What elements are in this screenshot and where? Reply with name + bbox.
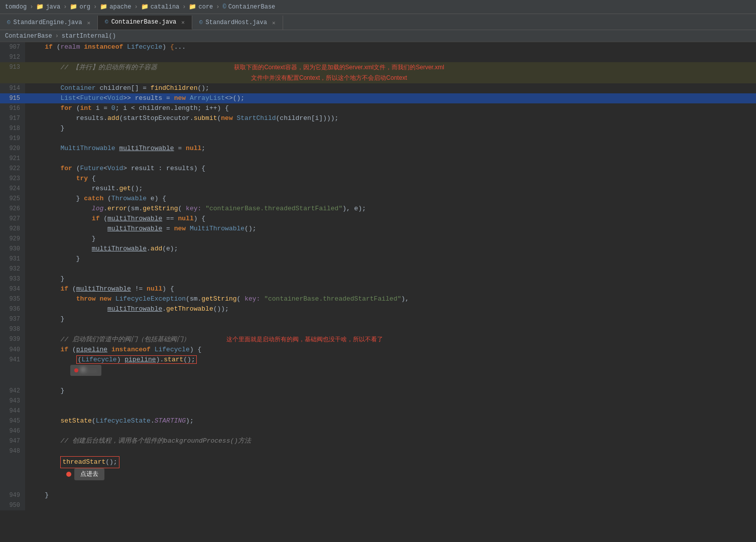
- line-num-927: 927: [0, 214, 25, 224]
- code-line-932: 932: [0, 264, 756, 274]
- code-line-941: 941 (Lifecycle) pipeline).start(); 图...: [0, 355, 756, 386]
- line-num-929: 929: [0, 234, 25, 244]
- line-num-931: 931: [0, 254, 25, 264]
- line-num-948: 948: [0, 446, 25, 490]
- code-line-947: 947 // 创建后台线程，调用各个组件的backgroundProcess()…: [0, 436, 756, 446]
- line-content-924: result.get();: [25, 184, 756, 194]
- line-content-949: }: [25, 490, 756, 500]
- line-content-918: }: [25, 123, 756, 133]
- line-content-930: multiThrowable.add(e);: [25, 244, 756, 254]
- line-content-940: if (pipeline instanceof Lifecycle) {: [25, 345, 756, 355]
- line-content-946: [25, 426, 756, 436]
- line-content-920: MultiThrowable multiThrowable = null;: [25, 144, 756, 154]
- breakpoint-dot-948: [66, 472, 71, 477]
- tab-icon-standardhost: ©: [199, 20, 203, 26]
- line-content-934: if (multiThrowable != null) {: [25, 284, 756, 294]
- tab-close-standardhost[interactable]: ✕: [272, 20, 276, 26]
- breadcrumb-containerbase: ContainerBase: [228, 4, 276, 11]
- line-content-916: for (int i = 0; i < children.length; i++…: [25, 103, 756, 113]
- line-content-945: setState(LifecycleState.STARTING);: [25, 416, 756, 426]
- tab-label-standardhost: StandardHost.java: [206, 19, 267, 26]
- tab-label-standardengine: StandardEngine.java: [14, 19, 82, 26]
- breadcrumb-java: java: [46, 4, 60, 11]
- line-content-935: throw new LifecycleException(sm.getStrin…: [25, 294, 756, 304]
- tab-standardengine[interactable]: © StandardEngine.java ✕: [0, 16, 98, 30]
- line-content-917: results.add(startStopExecutor.submit(new…: [25, 113, 756, 123]
- code-line-930: 930 multiThrowable.add(e);: [0, 244, 756, 254]
- line-content-925: } catch (Throwable e) {: [25, 194, 756, 204]
- tab-standardhost[interactable]: © StandardHost.java ✕: [192, 16, 283, 30]
- line-content-919: [25, 133, 756, 144]
- breadcrumb-core: core: [198, 4, 213, 11]
- titlebar: tomdog › 📁 java › 📁 org › 📁 apache › 📁 c…: [0, 0, 756, 14]
- line-content-923: try {: [25, 174, 756, 184]
- folder-icon-catalina: 📁: [141, 3, 149, 11]
- line-content-912: [25, 52, 756, 62]
- line-content-941: (Lifecycle) pipeline).start(); 图...: [25, 355, 756, 386]
- line-content-933: }: [25, 274, 756, 284]
- line-content-948: threadStart(); 点进去: [25, 446, 756, 490]
- code-line-938: 938: [0, 324, 756, 334]
- line-num-924: 924: [0, 184, 25, 194]
- line-content-931: }: [25, 254, 756, 264]
- line-content-926: log.error(sm.getString( key: "containerB…: [25, 204, 756, 214]
- line-num-914: 914: [0, 83, 25, 93]
- line-num-916: 916: [0, 103, 25, 113]
- code-line-948: 948 threadStart(); 点进去: [0, 446, 756, 490]
- line-content-907: if (realm instanceof Lifecycle) {...: [25, 42, 756, 52]
- code-line-943: 943: [0, 396, 756, 406]
- line-content-944: [25, 406, 756, 416]
- line-num-940: 940: [0, 345, 25, 355]
- tab-icon-containerbase: ©: [105, 19, 108, 25]
- line-num-944: 944: [0, 406, 25, 416]
- line-num-932: 932: [0, 264, 25, 274]
- line-num-936: 936: [0, 304, 25, 314]
- line-content-938: [25, 324, 756, 334]
- code-line-950: 950: [0, 500, 756, 510]
- line-content-939: // 启动我们管道中的阀门（包括基础阀门） 这个里面就是启动所有的阀，基础阀也没…: [25, 334, 756, 345]
- code-line-913b: 文件中并没有配置Context，所以这个地方不会启动Context: [0, 73, 756, 83]
- line-num-923: 923: [0, 174, 25, 184]
- line-num-926: 926: [0, 204, 25, 214]
- code-line-915: 915 List<Future<Void>> results = new Arr…: [0, 93, 756, 103]
- line-content-915: List<Future<Void>> results = new ArrayLi…: [25, 93, 756, 103]
- line-num-946: 946: [0, 426, 25, 436]
- secondary-method: startInternal(): [62, 33, 116, 40]
- code-line-923: 923 try {: [0, 174, 756, 184]
- code-line-918: 918 }: [0, 123, 756, 133]
- line-content-928: multiThrowable = new MultiThrowable();: [25, 224, 756, 234]
- code-line-939: 939 // 启动我们管道中的阀门（包括基础阀门） 这个里面就是启动所有的阀，基…: [0, 334, 756, 345]
- code-line-935: 935 throw new LifecycleException(sm.getS…: [0, 294, 756, 304]
- line-num-915: 915: [0, 93, 25, 103]
- code-line-937: 937 }: [0, 314, 756, 324]
- line-content-937: }: [25, 314, 756, 324]
- secondary-class: ContainerBase: [5, 33, 52, 40]
- line-content-950: [25, 500, 756, 510]
- tabbar: © StandardEngine.java ✕ © ContainerBase.…: [0, 14, 756, 30]
- line-content-922: for (Future<Void> result : results) {: [25, 164, 756, 174]
- line-content-921: [25, 154, 756, 164]
- code-line-936: 936 multiThrowable.getThrowable());: [0, 304, 756, 314]
- line-num-928: 928: [0, 224, 25, 234]
- breadcrumb: tomdog › 📁 java › 📁 org › 📁 apache › 📁 c…: [5, 3, 275, 11]
- code-line-925: 925 } catch (Throwable e) {: [0, 194, 756, 204]
- tooltip-948[interactable]: 点进去: [74, 468, 104, 480]
- tab-icon-standardengine: ©: [7, 20, 11, 26]
- folder-icon-apache: 📁: [100, 3, 107, 11]
- tab-close-standardengine[interactable]: ✕: [87, 20, 90, 26]
- breadcrumb-org: org: [79, 4, 90, 11]
- line-num-913b: [0, 73, 25, 83]
- line-num-930: 930: [0, 244, 25, 254]
- code-line-949: 949 }: [0, 490, 756, 500]
- code-line-919: 919: [0, 133, 756, 144]
- breadcrumb-catalina: catalina: [151, 4, 180, 11]
- line-num-933: 933: [0, 274, 25, 284]
- line-content-932: [25, 264, 756, 274]
- tab-containerbase[interactable]: © ContainerBase.java ✕: [98, 16, 192, 30]
- line-num-949: 949: [0, 490, 25, 500]
- line-num-938: 938: [0, 324, 25, 334]
- line-content-943: [25, 396, 756, 406]
- code-line-944: 944: [0, 406, 756, 416]
- tab-close-containerbase[interactable]: ✕: [181, 19, 185, 26]
- code-editor[interactable]: 907 if (realm instanceof Lifecycle) {...…: [0, 42, 756, 542]
